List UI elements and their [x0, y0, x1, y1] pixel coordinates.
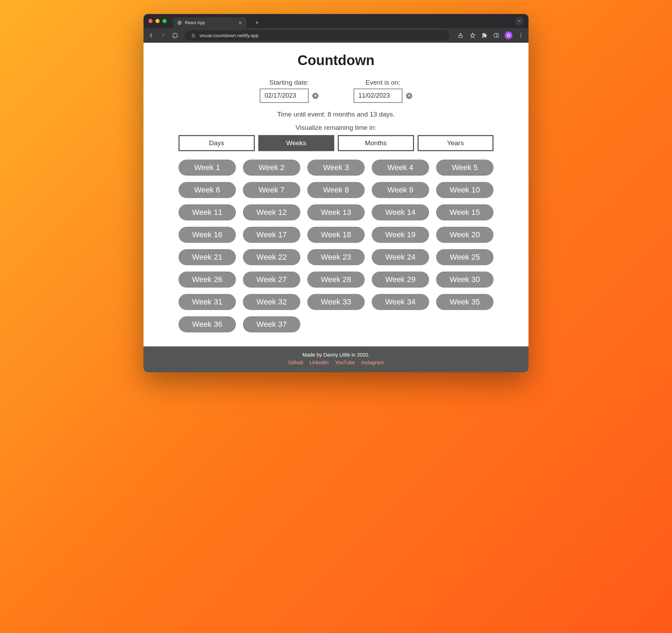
week-pill[interactable]: Week 9 [372, 182, 429, 198]
event-date-wrap: ✕ [354, 89, 412, 103]
week-pill[interactable]: Week 12 [243, 204, 300, 220]
week-pill[interactable]: Week 28 [307, 272, 365, 288]
footer-link-youtube[interactable]: YouTube [335, 360, 355, 365]
close-window-button[interactable] [148, 19, 153, 23]
footer-link-github[interactable]: Github [288, 360, 303, 365]
week-pill[interactable]: Week 22 [243, 249, 300, 265]
week-pill[interactable]: Week 35 [436, 294, 493, 310]
footer-credit: Made by Danny Little in 2020. [144, 352, 528, 358]
footer-link-instagram[interactable]: Instagram [361, 360, 384, 365]
week-pill[interactable]: Week 18 [307, 227, 365, 243]
week-pill[interactable]: Week 5 [436, 160, 493, 176]
week-pill[interactable]: Week 15 [436, 204, 493, 220]
week-pill[interactable]: Week 8 [307, 182, 365, 198]
start-date-col: Starting date: ✕ [260, 79, 318, 103]
week-pill[interactable]: Week 20 [436, 227, 493, 243]
week-pill[interactable]: Week 14 [372, 204, 429, 220]
week-pill[interactable]: Week 30 [436, 272, 493, 288]
week-pill[interactable]: Week 13 [307, 204, 365, 220]
week-pill[interactable]: Week 24 [372, 249, 429, 265]
menu-icon[interactable] [517, 32, 524, 39]
date-row: Starting date: ✕ Event is on: ✕ [158, 79, 514, 103]
clear-start-date-button[interactable]: ✕ [312, 93, 318, 99]
time-until-text: Time until event: 8 months and 13 days. [158, 111, 514, 118]
back-button[interactable] [148, 32, 155, 39]
content: Countdown Starting date: ✕ Event is on: … [144, 43, 528, 346]
page-title: Countdown [158, 52, 514, 68]
week-pill[interactable]: Week 6 [178, 182, 236, 198]
globe-icon [177, 20, 182, 25]
week-pill[interactable]: Week 3 [307, 160, 365, 176]
event-date-col: Event is on: ✕ [354, 79, 412, 103]
extensions-icon[interactable] [481, 32, 488, 39]
svg-point-4 [520, 33, 521, 34]
week-pill[interactable]: Week 36 [178, 316, 236, 332]
week-pill[interactable]: Week 11 [178, 204, 236, 220]
week-pill[interactable]: Week 31 [178, 294, 236, 310]
maximize-window-button[interactable] [162, 19, 167, 23]
week-pill[interactable]: Week 32 [243, 294, 300, 310]
address-bar[interactable]: visual-countdown.netlify.app [185, 30, 449, 41]
viz-tab-years[interactable]: Years [418, 135, 494, 151]
url-text: visual-countdown.netlify.app [200, 33, 259, 38]
side-panel-icon[interactable] [493, 32, 500, 39]
close-tab-button[interactable]: ✕ [238, 20, 242, 26]
week-pill[interactable]: Week 17 [243, 227, 300, 243]
week-pill[interactable]: Week 10 [436, 182, 493, 198]
svg-rect-1 [192, 35, 195, 37]
week-pill[interactable]: Week 7 [243, 182, 300, 198]
profile-initial: D [507, 33, 510, 37]
week-pill[interactable]: Week 23 [307, 249, 365, 265]
weeks-grid: Week 1Week 2Week 3Week 4Week 5Week 6Week… [158, 160, 514, 332]
week-pill[interactable]: Week 27 [243, 272, 300, 288]
week-pill[interactable]: Week 1 [178, 160, 236, 176]
minimize-window-button[interactable] [155, 19, 160, 23]
tab-title: React App [185, 20, 205, 25]
browser-window: React App ✕ + visual-countdown.netlify.a… [144, 14, 528, 372]
svg-rect-3 [494, 34, 498, 37]
start-date-input[interactable] [260, 89, 309, 103]
chevron-down-icon[interactable] [515, 17, 524, 25]
viz-tab-months[interactable]: Months [338, 135, 414, 151]
week-pill[interactable]: Week 26 [178, 272, 236, 288]
viz-tab-weeks[interactable]: Weeks [258, 135, 335, 151]
toolbar-right-icons: D [457, 31, 524, 39]
svg-point-6 [520, 36, 521, 37]
lock-icon [190, 32, 197, 39]
footer: Made by Danny Little in 2020. GithubLink… [144, 346, 528, 372]
svg-point-5 [520, 35, 521, 36]
event-date-input[interactable] [354, 89, 402, 103]
forward-button[interactable] [160, 32, 167, 39]
clear-event-date-button[interactable]: ✕ [406, 93, 412, 99]
bookmark-icon[interactable] [469, 32, 476, 39]
viz-tab-days[interactable]: Days [178, 135, 255, 151]
week-pill[interactable]: Week 29 [372, 272, 429, 288]
viz-tabs: DaysWeeksMonthsYears [158, 135, 514, 151]
week-pill[interactable]: Week 19 [372, 227, 429, 243]
start-date-label: Starting date: [269, 79, 309, 86]
week-pill[interactable]: Week 2 [243, 160, 300, 176]
traffic-lights [148, 19, 167, 23]
new-tab-button[interactable]: + [252, 18, 262, 28]
profile-avatar[interactable]: D [505, 31, 512, 39]
week-pill[interactable]: Week 16 [178, 227, 236, 243]
browser-tab[interactable]: React App ✕ [173, 17, 246, 28]
week-pill[interactable]: Week 37 [243, 316, 300, 332]
event-date-label: Event is on: [365, 79, 400, 86]
browser-titlebar: React App ✕ + [144, 14, 528, 28]
page: Countdown Starting date: ✕ Event is on: … [144, 43, 528, 372]
footer-links: GithubLinkedInYouTubeInstagram [144, 360, 528, 365]
reload-button[interactable] [172, 32, 178, 39]
share-icon[interactable] [457, 32, 464, 39]
footer-link-linkedin[interactable]: LinkedIn [309, 360, 329, 365]
week-pill[interactable]: Week 33 [307, 294, 365, 310]
browser-toolbar: visual-countdown.netlify.app D [144, 28, 528, 43]
week-pill[interactable]: Week 34 [372, 294, 429, 310]
week-pill[interactable]: Week 21 [178, 249, 236, 265]
start-date-wrap: ✕ [260, 89, 318, 103]
week-pill[interactable]: Week 25 [436, 249, 493, 265]
visualize-label: Visualize remaining time in: [158, 124, 514, 132]
week-pill[interactable]: Week 4 [372, 160, 429, 176]
